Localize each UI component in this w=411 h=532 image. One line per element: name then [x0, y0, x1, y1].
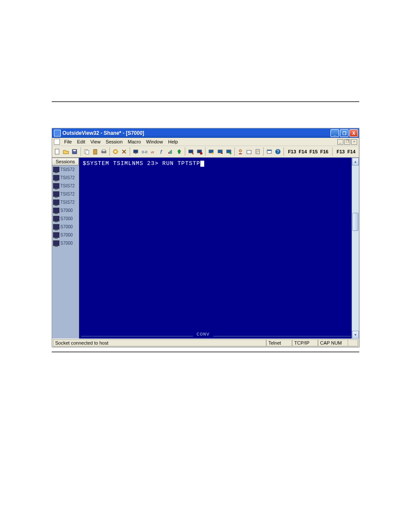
- session-item[interactable]: S7000: [52, 239, 79, 247]
- statusbar: Socket connected to host Telnet TCP/IP C…: [52, 339, 359, 347]
- svg-point-21: [200, 152, 202, 155]
- terminal-mode: CONV: [193, 332, 213, 338]
- fkey-f14[interactable]: F14: [298, 149, 308, 154]
- session-label: TSIS72: [60, 167, 75, 172]
- svg-rect-26: [230, 152, 231, 154]
- mdi-restore-button[interactable]: ❐: [344, 139, 350, 145]
- scroll-down-icon[interactable]: ▼: [352, 331, 359, 339]
- svg-rect-22: [209, 150, 213, 153]
- doc-icon[interactable]: [253, 147, 262, 156]
- window-maximize-button[interactable]: ❐: [340, 129, 349, 137]
- svg-rect-19: [189, 150, 193, 153]
- mdi-close-button[interactable]: ×: [351, 139, 357, 145]
- print-icon[interactable]: [100, 147, 108, 156]
- status-indicators: CAP NUM: [318, 339, 348, 346]
- sessions-header[interactable]: Sessions: [52, 158, 79, 165]
- record-icon[interactable]: [187, 147, 195, 156]
- terminal-icon: [53, 167, 59, 172]
- session-item[interactable]: TSIS72: [52, 174, 79, 182]
- menu-session[interactable]: Session: [103, 139, 125, 145]
- fkey-f15[interactable]: F15: [308, 149, 318, 154]
- terminal-icon: [53, 191, 59, 197]
- session-label: S7000: [60, 208, 73, 213]
- menu-window[interactable]: Window: [143, 139, 165, 145]
- paste-icon[interactable]: [91, 147, 100, 156]
- new-icon[interactable]: [53, 147, 62, 156]
- toolbar: 0-0 xfr f ? F13 F14 F15 F16: [52, 146, 359, 158]
- save-icon[interactable]: [70, 147, 79, 156]
- scroll-up-icon[interactable]: ▲: [352, 158, 359, 165]
- terminal-area[interactable]: $SYSTEM TSIMLNMS 23> RUN TPTSTP CONV ▲ ▼: [79, 158, 359, 339]
- svg-rect-8: [103, 149, 105, 151]
- open-icon[interactable]: [62, 147, 70, 156]
- session-item[interactable]: S7000: [52, 231, 79, 239]
- svg-point-27: [239, 149, 242, 152]
- svg-text:?: ?: [277, 149, 279, 154]
- scroll-thumb[interactable]: [352, 213, 358, 231]
- svg-rect-11: [134, 150, 138, 153]
- session-item[interactable]: TSIS72: [52, 182, 79, 190]
- cursor-icon: [200, 161, 204, 167]
- menu-help[interactable]: Help: [165, 139, 181, 145]
- session-label: TSIS72: [60, 192, 75, 196]
- screen-icon[interactable]: [131, 147, 140, 156]
- macro3-icon[interactable]: [224, 147, 233, 156]
- fkey-f13[interactable]: F13: [287, 149, 297, 154]
- session-item[interactable]: TSIS72: [52, 198, 79, 206]
- binary-icon[interactable]: 0-0: [140, 147, 149, 156]
- settings-icon[interactable]: [111, 147, 120, 156]
- window-close-button[interactable]: X: [349, 129, 358, 137]
- scrollbar[interactable]: ▲ ▼: [352, 158, 359, 339]
- terminal-icon: [53, 199, 59, 205]
- svg-text:xfr: xfr: [151, 151, 154, 154]
- session-item[interactable]: S7000: [52, 206, 79, 215]
- session-label: TSIS72: [60, 200, 75, 205]
- scroll-track[interactable]: [352, 165, 359, 331]
- macro2-icon[interactable]: [215, 147, 224, 156]
- window-minimize-button[interactable]: _: [330, 129, 339, 137]
- status-spacer: [244, 339, 266, 346]
- session-label: TSIS72: [60, 175, 75, 180]
- terminal-prompt-line: $SYSTEM TSIMLNMS 23> RUN TPTSTP: [79, 158, 359, 169]
- menu-edit[interactable]: Edit: [75, 139, 88, 145]
- menu-macro[interactable]: Macro: [125, 139, 144, 145]
- terminal-icon: [53, 183, 59, 189]
- titlebar: OutsideView32 - Shane* - [S7000] _ ❐ X: [52, 128, 359, 138]
- fkey-f16[interactable]: F16: [319, 149, 329, 154]
- menu-view[interactable]: View: [88, 139, 103, 145]
- app-icon: [54, 130, 61, 137]
- copy-icon[interactable]: [82, 147, 90, 156]
- window-icon[interactable]: [265, 147, 274, 156]
- tools-icon[interactable]: [120, 147, 128, 156]
- svg-rect-0: [55, 149, 59, 154]
- svg-rect-2: [73, 150, 76, 151]
- fkey-f13b[interactable]: F13: [336, 149, 346, 154]
- mdi-minimize-button[interactable]: _: [337, 139, 343, 145]
- svg-rect-5: [93, 149, 97, 154]
- terminal-icon: [53, 224, 59, 230]
- svg-rect-28: [247, 150, 251, 154]
- chart-icon[interactable]: [166, 147, 175, 156]
- app-window: OutsideView32 - Shane* - [S7000] _ ❐ X F…: [52, 128, 359, 347]
- terminal-icon: [53, 240, 59, 246]
- session-item[interactable]: S7000: [52, 215, 79, 223]
- svg-rect-12: [135, 153, 137, 154]
- help-icon[interactable]: ?: [274, 147, 282, 156]
- function-icon[interactable]: f: [158, 147, 166, 156]
- menu-file[interactable]: File: [62, 139, 75, 145]
- session-label: S7000: [60, 224, 73, 229]
- user-icon[interactable]: [236, 147, 245, 156]
- svg-rect-18: [171, 150, 172, 154]
- session-item[interactable]: TSIS72: [52, 190, 79, 198]
- upload-icon[interactable]: [175, 147, 184, 156]
- session-item[interactable]: S7000: [52, 223, 79, 231]
- transfer-icon[interactable]: xfr: [149, 147, 157, 156]
- stop-icon[interactable]: [195, 147, 204, 156]
- fkey-f14b[interactable]: F14: [346, 149, 356, 154]
- box-icon[interactable]: [245, 147, 253, 156]
- svg-point-23: [212, 152, 214, 154]
- divider-top: [52, 101, 359, 102]
- session-item[interactable]: TSIS72: [52, 165, 79, 174]
- svg-text:0-0: 0-0: [142, 150, 147, 154]
- macro1-icon[interactable]: [207, 147, 215, 156]
